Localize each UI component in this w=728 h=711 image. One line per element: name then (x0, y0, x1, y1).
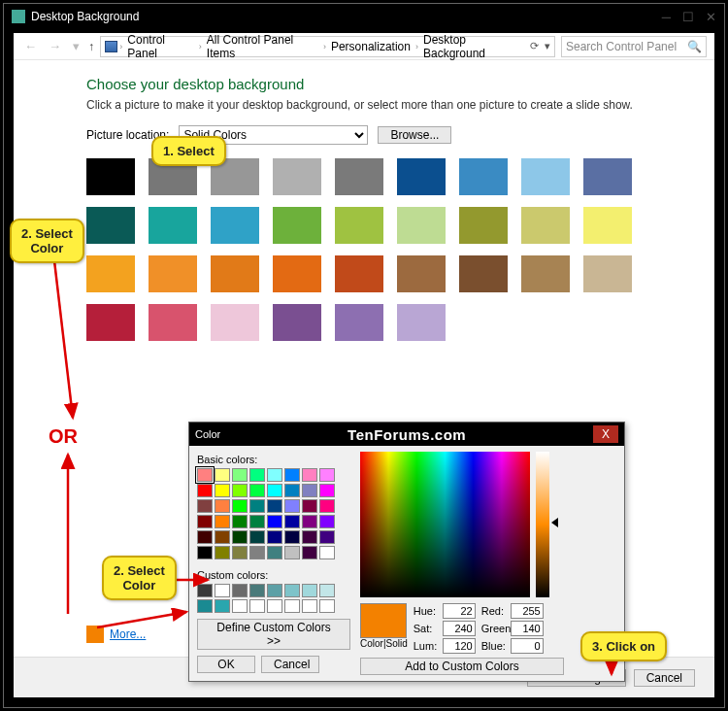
lum-field[interactable] (443, 638, 476, 654)
basic-color-cell[interactable] (249, 546, 265, 559)
basic-color-cell[interactable] (302, 499, 317, 513)
basic-color-cell[interactable] (232, 515, 248, 528)
basic-color-cell[interactable] (249, 499, 265, 513)
color-swatch[interactable] (583, 207, 632, 244)
color-swatch[interactable] (521, 255, 570, 292)
basic-color-cell[interactable] (284, 484, 300, 497)
search-input[interactable]: Search Control Panel 🔍 (561, 36, 707, 57)
color-swatch[interactable] (397, 158, 446, 195)
basic-color-cell[interactable] (215, 546, 230, 559)
basic-color-cell[interactable] (197, 530, 213, 544)
basic-color-cell[interactable] (197, 546, 213, 559)
color-swatch[interactable] (273, 158, 321, 195)
basic-color-cell[interactable] (215, 515, 230, 528)
basic-color-cell[interactable] (267, 515, 282, 528)
cancel-button[interactable]: Cancel (634, 669, 695, 687)
basic-color-cell[interactable] (284, 530, 300, 544)
color-swatch[interactable] (273, 304, 321, 341)
sat-field[interactable] (443, 621, 476, 636)
color-swatch[interactable] (583, 158, 632, 195)
basic-color-cell[interactable] (267, 468, 282, 482)
color-swatch[interactable] (397, 255, 446, 292)
color-swatch[interactable] (211, 207, 259, 244)
back-icon[interactable]: ← (21, 39, 40, 53)
custom-color-cell[interactable] (319, 584, 335, 597)
color-swatch[interactable] (86, 158, 135, 195)
basic-color-cell[interactable] (284, 546, 300, 559)
color-swatch[interactable] (335, 304, 383, 341)
color-swatch[interactable] (459, 255, 508, 292)
slider-thumb-icon[interactable] (551, 518, 558, 527)
crumb-all-items[interactable]: All Control Panel Items (204, 33, 321, 60)
color-gradient-picker[interactable] (360, 452, 530, 597)
custom-color-cell[interactable] (232, 584, 248, 597)
basic-color-cell[interactable] (215, 468, 230, 482)
basic-color-cell[interactable] (284, 515, 300, 528)
color-swatch[interactable] (86, 207, 135, 244)
blue-field[interactable] (511, 638, 544, 654)
color-swatch[interactable] (459, 158, 508, 195)
basic-color-cell[interactable] (319, 468, 335, 482)
crumb-personalization[interactable]: Personalization (328, 40, 414, 53)
custom-color-cell[interactable] (319, 599, 335, 613)
custom-color-cell[interactable] (215, 599, 230, 613)
basic-color-cell[interactable] (284, 499, 300, 513)
basic-color-cell[interactable] (302, 468, 317, 482)
custom-color-cell[interactable] (267, 599, 282, 613)
basic-color-cell[interactable] (302, 515, 317, 528)
color-swatch[interactable] (273, 207, 321, 244)
color-swatch[interactable] (335, 207, 383, 244)
luminance-slider[interactable] (536, 452, 549, 597)
custom-color-cell[interactable] (249, 584, 265, 597)
custom-color-cell[interactable] (215, 584, 230, 597)
custom-color-cell[interactable] (284, 584, 300, 597)
basic-color-cell[interactable] (249, 484, 265, 497)
basic-color-cell[interactable] (232, 499, 248, 513)
crumb-desktop-bg[interactable]: Desktop Background (420, 33, 528, 60)
color-swatch[interactable] (149, 304, 197, 341)
color-swatch[interactable] (86, 255, 135, 292)
add-custom-button[interactable]: Add to Custom Colors (360, 658, 564, 675)
color-swatch[interactable] (397, 304, 446, 341)
color-swatch[interactable] (86, 304, 135, 341)
custom-color-cell[interactable] (232, 599, 248, 613)
color-swatch[interactable] (273, 255, 321, 292)
basic-color-cell[interactable] (232, 468, 248, 482)
basic-color-cell[interactable] (284, 468, 300, 482)
custom-color-cell[interactable] (284, 599, 300, 613)
custom-color-cell[interactable] (302, 599, 317, 613)
basic-color-cell[interactable] (197, 484, 213, 497)
maximize-icon[interactable]: ☐ (682, 10, 694, 24)
color-swatch[interactable] (335, 255, 383, 292)
green-field[interactable] (511, 621, 544, 636)
basic-color-cell[interactable] (267, 499, 282, 513)
color-swatch[interactable] (335, 158, 383, 195)
basic-color-cell[interactable] (232, 546, 248, 559)
color-swatch[interactable] (521, 158, 570, 195)
basic-color-cell[interactable] (267, 546, 282, 559)
color-swatch[interactable] (211, 304, 259, 341)
basic-color-cell[interactable] (302, 484, 317, 497)
dialog-close-icon[interactable]: X (593, 425, 618, 443)
basic-color-cell[interactable] (267, 484, 282, 497)
basic-color-cell[interactable] (197, 515, 213, 528)
recent-icon[interactable]: ▾ (70, 39, 83, 53)
color-swatch[interactable] (459, 207, 508, 244)
custom-color-cell[interactable] (249, 599, 265, 613)
color-swatch[interactable] (583, 255, 632, 292)
hue-field[interactable] (443, 603, 476, 619)
basic-color-cell[interactable] (232, 530, 248, 544)
basic-color-cell[interactable] (319, 530, 335, 544)
basic-color-cell[interactable] (319, 515, 335, 528)
basic-color-cell[interactable] (197, 499, 213, 513)
basic-color-cell[interactable] (249, 530, 265, 544)
minimize-icon[interactable]: ─ (662, 10, 671, 24)
more-link[interactable]: More... (110, 627, 146, 641)
color-swatch[interactable] (149, 255, 197, 292)
basic-color-cell[interactable] (267, 530, 282, 544)
color-swatch[interactable] (397, 207, 446, 244)
color-swatch[interactable] (211, 255, 259, 292)
basic-color-cell[interactable] (302, 546, 317, 559)
crumb-control-panel[interactable]: Control Panel (124, 33, 197, 60)
red-field[interactable] (511, 603, 544, 619)
